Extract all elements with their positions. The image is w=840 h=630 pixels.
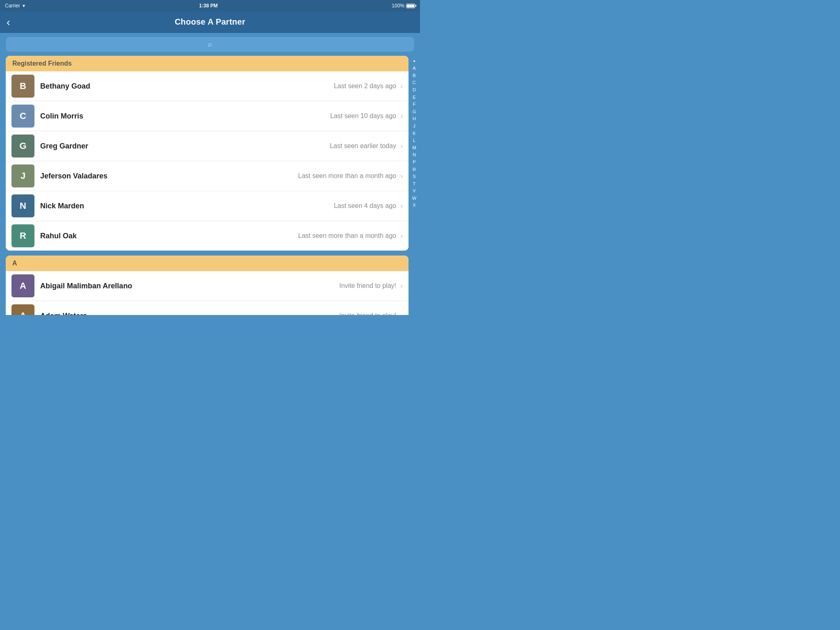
chevron-icon: › [400,232,403,240]
alpha-index: •ABCDEFGHJKLMNPRSTVWX [409,56,420,315]
alpha-item-F[interactable]: F [413,101,416,108]
alpha-item-L[interactable]: L [413,137,415,144]
alpha-item-V[interactable]: V [413,187,415,195]
contact-status: Invite friend to play! [339,282,396,290]
avatar: J [11,164,34,187]
contact-name: Adam Waters [40,312,339,315]
list-item[interactable]: A Adam Waters Invite friend to play! › [6,301,409,315]
chevron-icon: › [400,142,403,151]
contact-name: Rahul Oak [40,232,298,240]
alpha-item-W[interactable]: W [412,195,416,202]
contact-status: Last seen more than a month ago [298,232,396,240]
alpha-item-R[interactable]: R [413,166,416,173]
list-area: Registered Friends B Bethany Goad Last s… [0,56,409,315]
alpha-item-B[interactable]: B [413,72,415,80]
status-right: 100% [392,3,415,9]
battery-label: 100% [392,3,404,9]
contact-status: Last seen 10 days ago [330,112,396,120]
status-bar: Carrier ▾ 1:38 PM 100% [0,0,420,11]
section-header-registered: Registered Friends [6,56,409,71]
alpha-item-K[interactable]: K [413,130,415,137]
alpha-item-G[interactable]: G [413,108,416,116]
carrier-label: Carrier [5,3,20,9]
chevron-icon: › [400,202,403,210]
search-bar-wrapper: ⌕ [0,33,420,56]
contact-status: Last seen 4 days ago [334,202,396,210]
chevron-icon: › [400,172,403,180]
avatar: N [11,194,34,217]
contact-status: Last seen more than a month ago [298,172,396,180]
search-icon: ⌕ [208,41,212,48]
alpha-item-S[interactable]: S [413,173,415,180]
list-item[interactable]: G Greg Gardner Last seen earlier today › [6,131,409,161]
contact-name: Abigail Malimban Arellano [40,282,339,290]
alpha-dot[interactable]: • [413,57,415,65]
contact-name: Jeferson Valadares [40,172,298,180]
contact-status: Invite friend to play! [339,312,396,315]
nav-bar: ‹ Choose A Partner [0,11,420,33]
avatar: B [11,75,34,98]
contact-name: Colin Morris [40,112,330,121]
contact-status: Last seen earlier today [330,142,396,150]
alpha-item-D[interactable]: D [413,87,416,94]
alpha-item-H[interactable]: H [413,115,416,123]
avatar: A [11,274,34,297]
alpha-item-T[interactable]: T [413,180,416,188]
contact-status: Last seen 2 days ago [334,82,396,90]
alpha-item-N[interactable]: N [413,151,416,159]
section-a: A A Abigail Malimban Arellano Invite fri… [6,256,409,315]
nav-title: Choose A Partner [175,17,245,27]
chevron-icon: › [400,112,403,121]
list-item[interactable]: J Jeferson Valadares Last seen more than… [6,161,409,191]
list-item[interactable]: R Rahul Oak Last seen more than a month … [6,221,409,251]
back-button[interactable]: ‹ [7,17,10,27]
battery-icon [406,4,415,8]
status-time: 1:38 PM [199,3,217,9]
chevron-icon: › [400,312,403,315]
wifi-icon: ▾ [23,3,25,9]
list-item[interactable]: C Colin Morris Last seen 10 days ago › [6,101,409,131]
avatar: C [11,105,34,128]
avatar: A [11,304,34,315]
list-item[interactable]: N Nick Marden Last seen 4 days ago › [6,191,409,221]
avatar: G [11,135,34,158]
contact-name: Nick Marden [40,202,334,210]
contact-name: Bethany Goad [40,82,334,91]
alpha-item-J[interactable]: J [413,123,415,130]
avatar: R [11,224,34,247]
section-registered-friends: Registered Friends B Bethany Goad Last s… [6,56,409,251]
search-bar[interactable]: ⌕ [6,37,414,52]
alpha-item-A[interactable]: A [413,65,415,72]
list-item[interactable]: A Abigail Malimban Arellano Invite frien… [6,271,409,301]
alpha-item-E[interactable]: E [413,94,415,101]
alpha-item-P[interactable]: P [413,159,415,166]
chevron-icon: › [400,82,403,91]
alpha-item-C[interactable]: C [413,79,416,87]
alpha-item-M[interactable]: M [412,144,416,152]
status-left: Carrier ▾ [5,3,25,9]
chevron-icon: › [400,282,403,290]
list-item[interactable]: B Bethany Goad Last seen 2 days ago › [6,71,409,101]
section-header-a: A [6,256,409,271]
contact-name: Greg Gardner [40,142,330,151]
main-content: Registered Friends B Bethany Goad Last s… [0,56,420,315]
alpha-item-X[interactable]: X [413,202,415,209]
